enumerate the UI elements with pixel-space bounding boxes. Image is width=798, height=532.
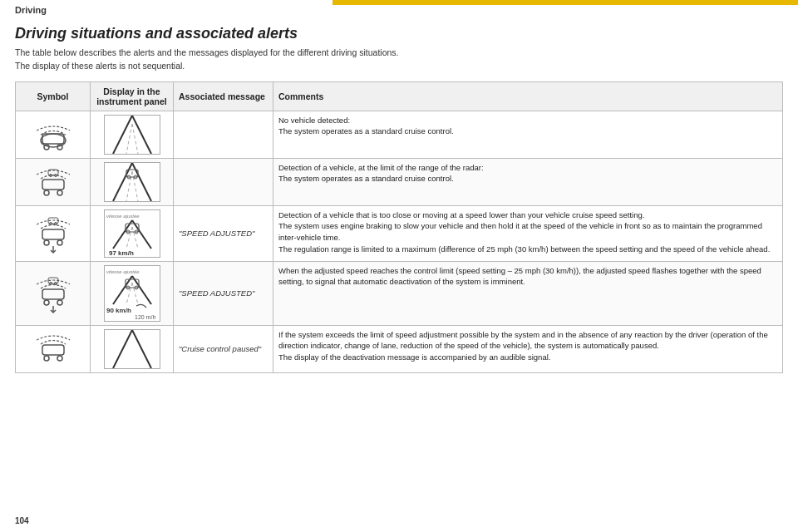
col-header-message: Associated message [174,81,273,111]
message-cell-5: "Cruise control paused" [174,325,273,372]
display-panel-3: vitesse ajustée 97 km/h [94,209,170,258]
table-row: No vehicle detected:The system operates … [16,111,783,158]
message-cell-1 [174,111,273,158]
svg-rect-8 [42,180,64,190]
comments-cell-2: Detection of a vehicle, at the limit of … [273,158,783,205]
road-svg-3: vitesse ajustée 97 km/h [105,210,160,257]
display-road-2 [104,162,160,202]
col-header-display: Display in theinstrument panel [91,81,174,111]
svg-line-5 [132,116,151,154]
svg-line-45 [113,276,132,304]
display-panel-1 [94,115,170,155]
symbol-cell-1 [16,111,91,158]
table-row: Detection of a vehicle, at the limit of … [16,158,783,205]
subtitle-line1: The table below describes the alerts and… [15,47,399,57]
display-panel-4: vitesse ajustée 90 km/h [94,265,170,322]
display-cell-1 [91,111,174,158]
display-road-1 [104,115,160,155]
cruise-symbol-svg-2 [32,163,74,201]
road-svg-2 [105,163,160,201]
symbol-cell-2 [16,158,91,205]
svg-point-10 [57,190,62,195]
svg-point-23 [57,240,62,245]
col-header-symbol: Symbol [16,81,91,111]
message-text-5: "Cruise control paused" [179,344,261,353]
page-subtitle: The table below describes the alerts and… [15,47,783,73]
comments-cell-3: Detection of a vehicle that is too close… [273,205,783,261]
cruise-icon-3 [19,213,86,254]
svg-text:vitesse ajustée: vitesse ajustée [106,269,140,274]
svg-text:90 km/h: 90 km/h [106,307,131,314]
svg-point-39 [57,300,62,305]
cruise-symbol-svg-4 [32,273,74,314]
svg-line-29 [113,220,132,249]
svg-line-58 [132,330,151,368]
svg-line-15 [132,163,151,201]
svg-rect-37 [42,289,64,299]
svg-rect-54 [42,345,64,355]
table-row: vitesse ajustée 90 km/h [16,261,783,325]
svg-line-7 [132,124,138,154]
svg-line-57 [113,330,132,368]
table-row: "Cruise control paused" If the system ex… [16,325,783,372]
comments-cell-5: If the system exceeds the limit of speed… [273,325,783,372]
page-title: Driving situations and associated alerts [15,25,783,42]
yellow-accent-bar [332,0,798,5]
message-cell-3: "SPEED ADJUSTED" [174,205,273,261]
svg-point-22 [44,240,49,245]
message-text-4: "SPEED ADJUSTED" [179,288,254,298]
table-header-row: Symbol Display in theinstrument panel As… [16,81,783,111]
display-road-4: vitesse ajustée 90 km/h [104,265,160,322]
svg-text:97 km/h: 97 km/h [109,249,134,257]
road-svg-5 [105,330,160,368]
svg-point-55 [44,356,49,361]
comments-text-2: Detection of a vehicle, at the limit of … [278,163,484,184]
comments-cell-1: No vehicle detected:The system operates … [273,111,783,158]
message-cell-4: "SPEED ADJUSTED" [174,261,273,325]
svg-line-30 [132,220,151,249]
cruise-icon-2 [19,163,86,201]
display-cell-2 [91,158,174,205]
symbol-cell-5 [16,325,91,372]
message-cell-2 [174,158,273,205]
svg-line-6 [126,124,132,154]
road-svg-1 [105,116,160,154]
svg-line-14 [113,163,132,201]
cruise-icon-1 [19,116,86,154]
display-cell-5 [91,325,174,372]
road-svg-4: vitesse ajustée 90 km/h [105,266,160,321]
display-cell-4: vitesse ajustée 90 km/h [91,261,174,325]
subtitle-line2: The display of these alerts is not seque… [15,61,185,71]
display-cell-3: vitesse ajustée 97 km/h [91,205,174,261]
comments-cell-4: When the adjusted speed reaches the cont… [273,261,783,325]
cruise-symbol-svg-1 [32,116,74,154]
svg-line-46 [132,276,151,304]
alerts-table: Symbol Display in theinstrument panel As… [15,81,783,373]
table-row: vitesse ajustée 97 km/h [16,205,783,261]
page-number: 104 [15,516,29,525]
display-panel-2 [94,162,170,202]
symbol-cell-4 [16,261,91,325]
message-text-3: "SPEED ADJUSTED" [179,229,254,238]
display-road-3: vitesse ajustée 97 km/h [104,209,160,258]
svg-point-9 [44,190,49,195]
svg-line-4 [113,116,132,154]
svg-text:vitesse ajustée: vitesse ajustée [106,214,140,219]
comments-text-5: If the system exceeds the limit of speed… [278,330,768,362]
cruise-icon-5 [19,330,86,368]
comments-text-3: Detection of a vehicle that is too close… [278,210,770,254]
col-header-comments: Comments [273,81,783,111]
cruise-symbol-svg-5 [32,330,74,368]
comments-text-4: When the adjusted speed reaches the cont… [278,266,761,287]
section-label: Driving [15,5,47,15]
svg-rect-21 [42,229,64,239]
cruise-icon-4 [19,273,86,314]
svg-point-56 [57,356,62,361]
display-panel-5 [94,329,170,369]
symbol-cell-3 [16,205,91,261]
comments-text-1: No vehicle detected:The system operates … [278,116,454,136]
cruise-symbol-svg-3 [32,213,74,254]
page-content: Driving situations and associated alerts… [0,17,798,382]
svg-text:120 m/h: 120 m/h [135,314,155,320]
svg-point-38 [44,300,49,305]
